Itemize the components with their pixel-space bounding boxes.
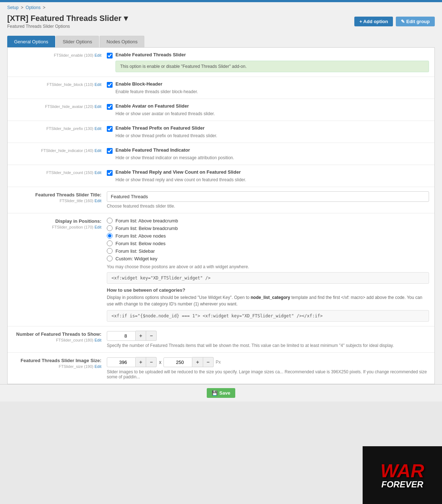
page-title-area: [XTR] Featured Threads Slider ▾ Featured… [7,14,128,29]
tab-nodes-options[interactable]: Nodes Options [100,36,144,47]
checkbox-label-block: Enable Block-Header [115,81,162,87]
checkbox-count[interactable] [107,170,113,176]
field-name-image-size: FTSlider_size (190) [59,364,93,369]
title-input[interactable] [107,191,429,202]
edit-group-button[interactable]: ✎ Edit group [396,17,435,26]
radio-widget-key-label: Custom: Widget key [115,256,157,261]
height-input[interactable] [163,357,192,367]
radio-sidebar[interactable]: Forum list: Sidebar [107,248,429,254]
px-label: Px [216,360,221,365]
field-name-indicator: FTSlider_hide_indicator (140) [41,148,93,153]
option-value-enable: Enable Featured Threads Slider This opti… [107,52,429,72]
option-row-prefix: FTSlider_hide_prefix (130) Edit Enable T… [8,121,434,143]
how-to-text: Display in positions options should be s… [107,294,429,307]
checkbox-label-indicator: Enable Featured Thread Indicator [115,147,190,153]
field-edit-num-threads[interactable]: Edit [95,338,101,342]
option-label-image-size: Featured Threads Slider Image Size: FTSl… [13,357,107,379]
option-row-avatar: FTSlider_hide_avatar (120) Edit Enable A… [8,99,434,121]
width-plus[interactable]: + [136,357,146,367]
option-label-block: FTSlider_hide_block (110) Edit [13,81,107,94]
field-edit-prefix[interactable]: Edit [95,126,101,131]
category-code-box: <xf:if is="{$node.node_id} === 1"> <xf:w… [107,310,429,322]
dropdown-icon[interactable]: ▾ [124,14,128,23]
tabs-content-wrap: FTSlider_enable (100) Edit Enable Featur… [0,47,442,384]
checkbox-row-block: Enable Block-Header [107,81,429,88]
field-name-avatar: FTSlider_hide_avatar (120) [45,104,93,109]
breadcrumb-area: Setup > Options > [0,2,442,11]
option-value-avatar: Enable Avatar on Featured Slider Hide or… [107,103,429,116]
option-label-prefix: FTSlider_hide_prefix (130) Edit [13,125,107,138]
hint-count: Hide or show thread reply and view count… [115,177,429,182]
field-edit-indicator[interactable]: Edit [95,148,101,153]
page-subtitle: Featured Threads Slider Options [7,24,128,29]
field-edit-title[interactable]: Edit [95,199,101,203]
field-edit-image-size[interactable]: Edit [95,364,101,369]
number-input-group-threads: + − [107,331,429,341]
checkbox-row-enable: Enable Featured Threads Slider [107,52,429,58]
height-input-group: + − [163,357,213,367]
field-name-prefix: FTSlider_hide_prefix (130) [46,126,93,131]
option-value-position: Forum list: Above breadcrumb Forum list:… [107,218,429,322]
field-edit-count[interactable]: Edit [95,170,101,175]
tab-general-options[interactable]: General Options [7,36,55,47]
num-threads-input[interactable] [107,331,136,341]
height-minus[interactable]: − [203,357,214,367]
hint-num-threads: Specify the number of Featured Threads i… [107,343,429,348]
field-edit-position[interactable]: Edit [95,225,101,229]
radio-below-nodes-label: Forum list: Below nodes [115,241,166,246]
tab-slider-options[interactable]: Slider Options [56,36,99,47]
width-minus[interactable]: − [146,357,157,367]
radio-below-breadcrumb-input[interactable] [107,225,113,231]
radio-below-nodes-input[interactable] [107,240,113,246]
radio-above-breadcrumb[interactable]: Forum list: Above breadcrumb [107,218,429,223]
radio-below-breadcrumb-label: Forum list: Below breadcrumb [115,226,178,231]
field-name-title: FTSlider_title (160) [60,199,93,203]
page-wrapper: Setup > Options > [XTR] Featured Threads… [0,2,442,401]
option-value-indicator: Enable Featured Thread Indicator Hide or… [107,147,429,160]
num-threads-plus[interactable]: + [136,331,146,341]
save-button[interactable]: 💾 Save [207,388,235,398]
field-name-block: FTSlider_hide_block (110) [47,82,93,87]
radio-sidebar-label: Forum list: Sidebar [115,248,155,254]
green-notice-enable: This option is enable or disable "Featur… [115,61,429,72]
checkbox-block[interactable] [107,82,113,88]
checkbox-avatar[interactable] [107,104,113,110]
radio-group-position: Forum list: Above breadcrumb Forum list:… [107,218,429,261]
field-name-num-threads: FTSlider_count (180) [56,338,93,342]
radio-below-breadcrumb[interactable]: Forum list: Below breadcrumb [107,225,429,231]
radio-above-nodes[interactable]: Forum list: Above nodes [107,233,429,239]
hint-position: You may choose those positons are above … [107,264,429,269]
radio-above-breadcrumb-label: Forum list: Above breadcrumb [115,218,178,223]
hint-prefix: Hide or show thread prefix on featured t… [115,133,429,138]
height-plus[interactable]: + [192,357,203,367]
checkbox-indicator[interactable] [107,148,113,154]
radio-below-nodes[interactable]: Forum list: Below nodes [107,240,429,246]
size-x-separator: x [159,359,161,365]
checkbox-prefix[interactable] [107,126,113,132]
checkbox-label-prefix: Enable Thread Prefix on Featured Slider [115,125,205,131]
checkbox-label-avatar: Enable Avatar on Featured Slider [115,103,189,109]
hint-avatar: Hide or show user avatar on featured thr… [115,111,429,116]
radio-widget-key-input[interactable] [107,256,113,261]
option-label-count: FTSlider_hide_count (150) Edit [13,169,107,182]
field-edit-enable[interactable]: Edit [95,53,101,57]
field-edit-block[interactable]: Edit [95,82,101,87]
option-row-position: Display in Positions: FTSlider_position … [8,213,434,326]
option-title-title: Featured Threads Slider Title: [13,192,101,197]
checkbox-enable[interactable] [107,53,113,58]
checkbox-row-count: Enable Thread Reply and View Count on Fe… [107,169,429,176]
add-option-button[interactable]: + Add option [354,17,393,26]
radio-above-nodes-input[interactable] [107,233,113,239]
checkbox-row-indicator: Enable Featured Thread Indicator [107,147,429,154]
hint-indicator: Hide or show thread indicator on message… [115,155,429,160]
radio-sidebar-input[interactable] [107,248,113,254]
breadcrumb-options[interactable]: Options [26,5,40,10]
num-threads-minus[interactable]: − [146,331,157,341]
option-value-count: Enable Thread Reply and View Count on Fe… [107,169,429,182]
option-label-title: Featured Threads Slider Title: FTSlider_… [13,191,107,209]
breadcrumb-setup[interactable]: Setup [7,5,18,10]
radio-widget-key[interactable]: Custom: Widget key [107,256,429,261]
field-edit-avatar[interactable]: Edit [95,104,101,109]
width-input[interactable] [107,357,136,367]
radio-above-breadcrumb-input[interactable] [107,218,113,223]
